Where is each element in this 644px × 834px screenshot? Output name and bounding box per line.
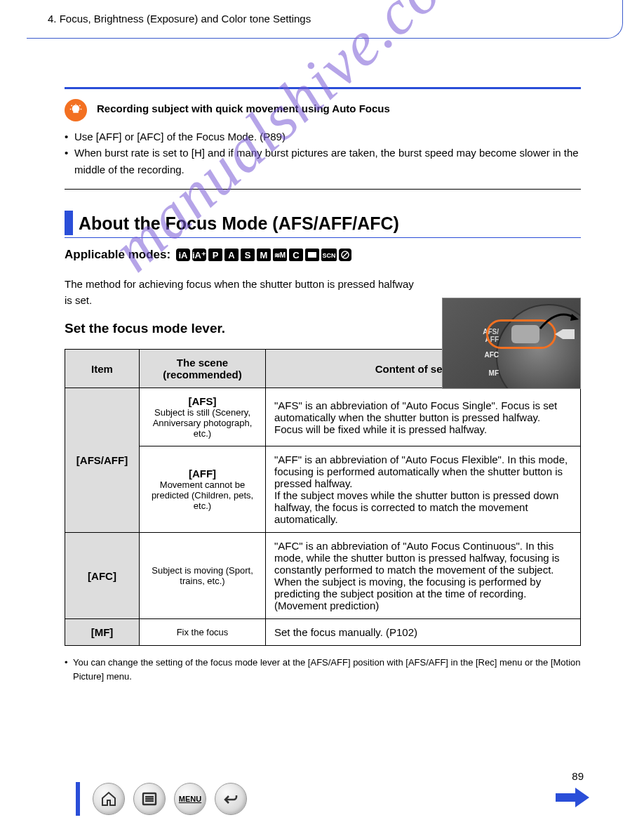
footer-bar (76, 782, 80, 816)
back-arrow-icon (222, 790, 239, 807)
section-divider (65, 87, 581, 89)
svg-text:M: M (260, 250, 268, 260)
svg-text:A: A (228, 250, 235, 260)
tip-lightbulb-icon (65, 99, 87, 121)
back-button[interactable] (215, 783, 247, 815)
svg-marker-34 (575, 788, 589, 807)
mode-icons: iA iA⁺ P A S M ≋M C SCN (176, 248, 351, 262)
focus-mode-table: Item The scene (recommended) Content of … (65, 349, 581, 646)
svg-rect-22 (308, 252, 316, 258)
table-row: [AFS/AFF] [AFS] Subject is still (Scener… (65, 388, 581, 446)
section-underline (65, 237, 581, 238)
tip-bullets: •Use [AFF] or [AFC] of the Focus Mode. (… (65, 128, 581, 178)
section-heading: About the Focus Mode (AFS/AFF/AFC) (65, 211, 581, 235)
svg-text:iA: iA (179, 249, 189, 260)
table-row: [AFF] Movement cannot be predicted (Chil… (65, 446, 581, 533)
divider (65, 189, 581, 190)
home-button[interactable] (93, 783, 125, 815)
table-header-item: Item (65, 350, 140, 388)
svg-rect-33 (556, 793, 575, 802)
home-icon (100, 790, 117, 807)
table-row: [AFC] Subject is moving (Sport, trains, … (65, 533, 581, 619)
breadcrumb: 4. Focus, Brightness (Exposure) and Colo… (48, 13, 311, 25)
section-intro: The method for achieving focus when the … (65, 276, 422, 309)
svg-line-1 (72, 105, 72, 106)
svg-marker-28 (570, 314, 579, 321)
menu-button[interactable]: MENU (174, 783, 206, 815)
footer-nav: MENU (76, 782, 247, 816)
svg-text:iA⁺: iA⁺ (192, 249, 206, 260)
table-row: [MF] Fix the focus Set the focus manuall… (65, 619, 581, 646)
svg-text:≋M: ≋M (274, 251, 286, 259)
camera-diagram: AFS/ AFF AFC MF (442, 298, 581, 389)
svg-line-2 (79, 105, 80, 106)
svg-text:P: P (213, 250, 219, 260)
svg-text:S: S (245, 250, 251, 260)
page-content: Recording subject with quick movement us… (65, 87, 581, 683)
table-notes: •You can change the setting of the focus… (65, 656, 581, 683)
svg-text:SCN: SCN (323, 252, 336, 259)
page-number: 89 (572, 770, 584, 782)
next-arrow-icon (556, 788, 589, 807)
menu-label: MENU (179, 795, 201, 803)
svg-text:C: C (293, 250, 300, 260)
list-icon (141, 790, 158, 807)
applicable-modes: Applicable modes: iA iA⁺ P A S M ≋M C SC… (65, 248, 581, 262)
contents-button[interactable] (133, 783, 166, 815)
table-header-scene: The scene (recommended) (140, 350, 266, 388)
next-page-button[interactable] (556, 788, 589, 807)
tip-heading: Recording subject with quick movement us… (97, 99, 390, 117)
